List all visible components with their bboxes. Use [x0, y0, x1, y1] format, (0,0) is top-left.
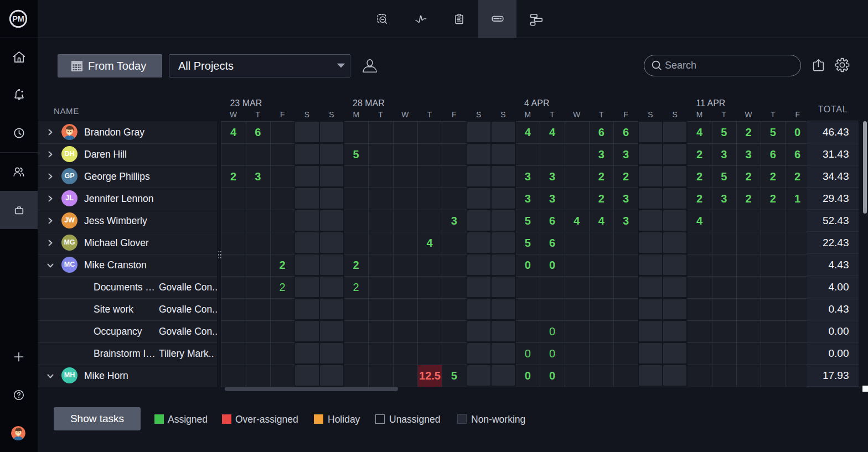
svg-text:PM: PM	[12, 14, 24, 23]
